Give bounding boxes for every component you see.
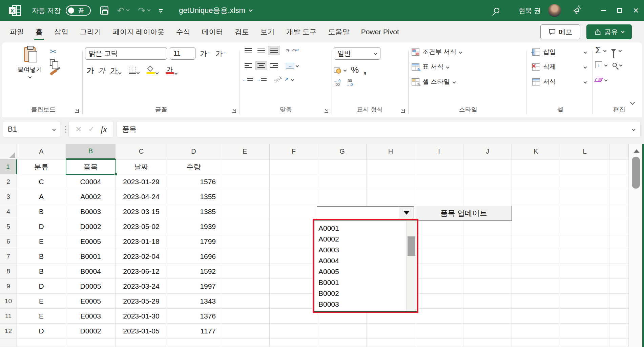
cell-M8[interactable] [609, 264, 629, 279]
font-color-button[interactable]: 가 [164, 65, 179, 76]
column-header-A[interactable]: A [17, 144, 66, 159]
cell-D5[interactable]: 1939 [167, 219, 220, 234]
cell-F4[interactable] [270, 204, 318, 219]
cell-A7[interactable]: B [17, 249, 66, 264]
cell-M13[interactable] [609, 339, 629, 347]
row-header-1[interactable]: 1 [0, 159, 17, 174]
excel-app-icon[interactable]: X [9, 4, 22, 17]
column-header-G[interactable]: G [318, 144, 367, 159]
cell-L8[interactable] [560, 264, 609, 279]
row-header-6[interactable]: 6 [0, 234, 17, 249]
share-button[interactable]: 공유 [586, 24, 632, 39]
cell-L10[interactable] [560, 294, 609, 309]
cell-F6[interactable] [270, 234, 318, 249]
cell-J8[interactable] [463, 264, 512, 279]
cell-J12[interactable] [463, 324, 512, 339]
font-size-combobox[interactable]: 11 [170, 47, 195, 60]
cell-E6[interactable] [220, 234, 270, 249]
cell-K10[interactable] [512, 294, 560, 309]
dropdown-item-A0004[interactable]: A0004 [314, 255, 417, 266]
tab-도움말[interactable]: 도움말 [323, 21, 355, 42]
item-dropdown-list[interactable]: A0001A0002A0003A0004A0005B0001B0002B0003 [314, 220, 417, 312]
cell-K7[interactable] [512, 249, 560, 264]
cell-J3[interactable] [463, 189, 512, 204]
clear-button[interactable] [595, 78, 607, 82]
clipboard-dialog-launcher-icon[interactable] [75, 109, 79, 113]
tab-홈[interactable]: 홈 [30, 21, 48, 42]
formula-bar-expand-icon[interactable] [632, 128, 636, 131]
wrap-text-button[interactable]: 가나다↵ [284, 46, 302, 54]
cell-K1[interactable] [512, 159, 560, 174]
cell-A8[interactable]: B [17, 264, 66, 279]
cell-F2[interactable] [270, 174, 318, 189]
underline-button[interactable]: 가 [109, 65, 123, 75]
combobox-dropdown-button[interactable] [399, 207, 414, 219]
text-orientation-button[interactable]: 가나 ↗ [274, 76, 294, 82]
format-painter-icon[interactable] [50, 69, 58, 75]
autosum-button[interactable]: Σ [595, 46, 606, 55]
cell-C5[interactable]: 2023-05-02 [116, 219, 167, 234]
cell-A1[interactable]: 분류 [17, 159, 66, 174]
cell-M3[interactable] [609, 189, 629, 204]
cell-J6[interactable] [463, 234, 512, 249]
cell-D4[interactable]: 1385 [167, 204, 220, 219]
tab-페이지 레이아웃[interactable]: 페이지 레이아웃 [107, 21, 170, 42]
cell-C1[interactable]: 날짜 [116, 159, 167, 174]
row-header-13[interactable] [0, 339, 17, 347]
cell-B12[interactable]: D0002 [66, 324, 116, 339]
user-name[interactable]: 현욱 권 [518, 6, 541, 15]
row-header-11[interactable]: 11 [0, 309, 17, 324]
align-right-button[interactable] [268, 61, 280, 70]
cell-B11[interactable]: E0003 [66, 309, 116, 324]
cell-M12[interactable] [609, 324, 629, 339]
cell-J2[interactable] [463, 174, 512, 189]
cell-B9[interactable]: D0005 [66, 279, 116, 294]
column-header-K[interactable]: K [512, 144, 560, 159]
cell-E7[interactable] [220, 249, 270, 264]
cell-L2[interactable] [560, 174, 609, 189]
cell-E3[interactable] [220, 189, 270, 204]
dropdown-item-B0002[interactable]: B0002 [314, 288, 417, 299]
row-header-12[interactable]: 12 [0, 324, 17, 339]
italic-button[interactable]: 가 [97, 65, 107, 75]
dropdown-item-A0003[interactable]: A0003 [314, 245, 417, 255]
dropdown-item-A0001[interactable]: A0001 [314, 223, 417, 234]
cell-J9[interactable] [463, 279, 512, 294]
cell-K8[interactable] [512, 264, 560, 279]
cell-K6[interactable] [512, 234, 560, 249]
cell-G3[interactable] [318, 189, 367, 204]
tab-검토[interactable]: 검토 [229, 21, 255, 42]
dropdown-item-B0003[interactable]: B0003 [314, 299, 417, 310]
formula-input[interactable]: 품목 [117, 121, 641, 137]
cell-D13[interactable] [167, 339, 220, 347]
font-name-combobox[interactable]: 맑은 고딕 [85, 47, 167, 60]
insert-function-icon[interactable]: fx [101, 124, 107, 134]
sort-filter-button[interactable] [611, 49, 621, 52]
cell-J10[interactable] [463, 294, 512, 309]
select-all-corner[interactable] [0, 144, 17, 159]
cell-A13[interactable] [17, 339, 66, 347]
cell-E10[interactable] [220, 294, 270, 309]
cell-B2[interactable]: C0004 [66, 174, 116, 189]
cell-L3[interactable] [560, 189, 609, 204]
cell-F9[interactable] [270, 279, 318, 294]
cell-A4[interactable]: B [17, 204, 66, 219]
paste-button[interactable]: 붙여넣기 [15, 47, 44, 78]
cell-D1[interactable]: 수량 [167, 159, 220, 174]
cut-scissors-icon[interactable]: ✂ [50, 48, 57, 56]
cell-C6[interactable]: 2023-01-18 [116, 234, 167, 249]
maximize-button[interactable] [611, 0, 628, 21]
cell-L13[interactable] [560, 339, 609, 347]
format-cells-button[interactable]: 서식 [532, 74, 591, 89]
cell-D10[interactable]: 1343 [167, 294, 220, 309]
align-middle-button[interactable] [255, 46, 267, 55]
cell-M10[interactable] [609, 294, 629, 309]
cell-L9[interactable] [560, 279, 609, 294]
tab-삽입[interactable]: 삽입 [48, 21, 74, 42]
copy-icon[interactable] [50, 59, 55, 66]
align-bottom-button[interactable] [268, 46, 280, 55]
cell-B8[interactable]: B0004 [66, 264, 116, 279]
tab-개발 도구[interactable]: 개발 도구 [281, 21, 323, 42]
cell-B7[interactable]: B0001 [66, 249, 116, 264]
cell-M4[interactable] [609, 204, 629, 219]
